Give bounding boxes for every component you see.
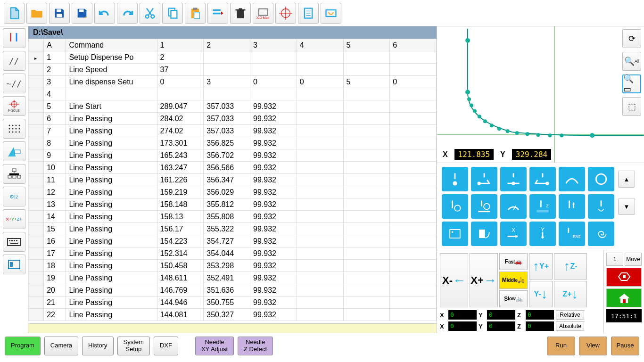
x-plus-button[interactable]: X+→ xyxy=(470,253,498,307)
ccd-mode-button[interactable]: CCD Mode xyxy=(253,3,273,24)
xyz-offset-icon[interactable]: X+Y+Z+ xyxy=(3,209,25,229)
speed-gauge-button[interactable] xyxy=(500,194,527,219)
absolute-button[interactable]: Absolute xyxy=(556,321,584,331)
needle-z-detect-button[interactable]: Needle Z Detect xyxy=(238,337,273,355)
run-button[interactable]: Run xyxy=(547,337,575,355)
undo-button[interactable] xyxy=(94,3,115,24)
scroll-down-button[interactable]: ▼ xyxy=(618,198,635,215)
speed-middle-button[interactable]: Middle🛵 xyxy=(499,272,528,288)
line-tool-icon[interactable]: // xyxy=(3,51,25,71)
open-file-button[interactable] xyxy=(26,3,47,24)
zoom-all-button[interactable]: 🔍All xyxy=(622,52,641,71)
dispense-setup-button[interactable] xyxy=(442,194,468,219)
dots-grid-icon[interactable] xyxy=(3,119,25,139)
new-file-button[interactable] xyxy=(4,3,25,24)
system-setup-button[interactable]: System Setup xyxy=(117,337,150,355)
move-button[interactable]: Move xyxy=(625,253,642,266)
wave-tool-icon[interactable]: ~// xyxy=(3,74,25,93)
rectangle-fill-button[interactable] xyxy=(442,222,468,246)
table-row[interactable]: 10Line Passing163.247356.56699.932 xyxy=(29,162,437,174)
table-row[interactable]: 7Line Passing274.02357.03399.932 xyxy=(29,125,437,137)
table-row[interactable]: 9Line Passing165.243356.70299.932 xyxy=(29,149,437,162)
z-minus-button[interactable]: ↑Z- xyxy=(554,253,587,280)
y-plus-button[interactable]: ↑Y+ xyxy=(529,253,553,280)
line-end-button[interactable] xyxy=(529,167,556,191)
arc-button[interactable] xyxy=(559,167,585,191)
insert-row-button[interactable] xyxy=(207,3,228,24)
y-offset-button[interactable]: Y xyxy=(529,222,556,246)
save-as-button[interactable] xyxy=(72,3,92,24)
table-row[interactable]: 6Line Passing284.02357.03399.932 xyxy=(29,113,437,125)
horizontal-scrollbar[interactable] xyxy=(28,323,437,333)
x-offset-button[interactable]: X xyxy=(500,222,527,246)
dispense-end-button[interactable] xyxy=(588,194,614,219)
save-button[interactable] xyxy=(49,3,70,24)
refresh-view-button[interactable]: ⟳ xyxy=(622,29,641,48)
geometry-tool-icon[interactable] xyxy=(3,141,25,161)
copy-button[interactable] xyxy=(162,3,183,24)
table-row[interactable]: 5Line Start289.047357.03399.932 xyxy=(29,100,437,113)
line-start-button[interactable] xyxy=(471,167,497,191)
refresh-screen-button[interactable] xyxy=(321,3,341,24)
keyboard-icon[interactable] xyxy=(3,232,25,252)
table-row[interactable]: 1Setup Dispense Po2 xyxy=(29,51,437,64)
pause-button[interactable]: Pause xyxy=(611,337,639,355)
bounds-button[interactable]: ⬚ xyxy=(622,97,641,116)
camera-tab-button[interactable]: Camera xyxy=(44,337,78,355)
focus-tool-button[interactable]: Focus xyxy=(3,96,25,116)
table-row[interactable]: 20Line Passing146.769351.63699.932 xyxy=(29,284,437,296)
cut-button[interactable] xyxy=(140,3,160,24)
line-setup-button[interactable] xyxy=(471,194,497,219)
table-row[interactable]: 12Line Passing159.219356.02999.932 xyxy=(29,186,437,198)
table-row[interactable]: 8Line Passing173.301356.82599.932 xyxy=(29,137,437,149)
report-button[interactable] xyxy=(298,3,319,24)
line-passing-button[interactable] xyxy=(500,167,527,191)
poly-fill-button[interactable] xyxy=(471,222,497,246)
z-clearance-button[interactable]: Z xyxy=(529,194,556,219)
program-tab-button[interactable]: Program xyxy=(5,337,41,355)
table-row[interactable]: 15Line Passing156.17355.32299.932 xyxy=(29,223,437,235)
step-1-button[interactable]: 1 xyxy=(606,253,623,266)
table-row[interactable]: 17Line Passing152.314354.04499.932 xyxy=(29,247,437,260)
table-row[interactable]: 14Line Passing158.13355.80899.932 xyxy=(29,211,437,223)
y-minus-button[interactable]: Y-↓ xyxy=(529,281,553,307)
table-row[interactable]: 2Line Speed37 xyxy=(29,64,437,76)
table-row[interactable]: 22Line Passing144.081350.32799.932 xyxy=(29,309,437,321)
scroll-up-button[interactable]: ▲ xyxy=(618,171,635,188)
spiral-button[interactable] xyxy=(588,222,614,246)
zoom-window-button[interactable]: 🔍▭ xyxy=(622,74,641,93)
table-row[interactable]: 21Line Passing144.946350.75599.932 xyxy=(29,296,437,309)
stop-button[interactable] xyxy=(606,268,642,287)
table-row[interactable]: 13Line Passing158.148355.81299.932 xyxy=(29,198,437,211)
needle-xy-adjust-button[interactable]: Needle XY Adjust xyxy=(195,337,234,355)
program-view-icon[interactable] xyxy=(3,255,25,274)
end-program-button[interactable]: END xyxy=(559,222,585,246)
program-table[interactable]: ACommand123456 1Setup Dispense Po22Line … xyxy=(28,39,437,321)
z-plus-button[interactable]: Z+↓ xyxy=(554,281,587,307)
z-setup-icon[interactable]: ⚙|z xyxy=(3,187,25,206)
table-row[interactable]: 19Line Passing148.611352.49199.932 xyxy=(29,272,437,284)
speed-fast-button[interactable]: Fast🚗 xyxy=(499,253,528,270)
history-tab-button[interactable]: History xyxy=(82,337,113,355)
table-row[interactable]: 11Line Passing161.226356.34799.932 xyxy=(29,174,437,186)
table-row[interactable]: 18Line Passing150.458353.29899.932 xyxy=(29,260,437,272)
paste-button[interactable] xyxy=(185,3,206,24)
table-row[interactable]: 4 xyxy=(29,88,437,100)
redo-button[interactable] xyxy=(117,3,138,24)
crosshair-button[interactable] xyxy=(275,3,296,24)
dispense-dot-button[interactable] xyxy=(442,167,468,191)
path-viewport[interactable]: ⟳ 🔍All 🔍▭ ⬚ X121.835 Y329.284 xyxy=(437,26,644,163)
relative-button[interactable]: Relative xyxy=(556,310,584,320)
circle-button[interactable] xyxy=(588,167,614,191)
speed-slow-button[interactable]: Slow🚲 xyxy=(499,290,528,307)
x-minus-button[interactable]: X-← xyxy=(440,253,468,307)
home-button[interactable] xyxy=(606,288,642,307)
needle-tool-icon[interactable] xyxy=(3,28,25,48)
hierarchy-icon[interactable] xyxy=(3,164,25,184)
view-button[interactable]: View xyxy=(579,337,607,355)
dxf-button[interactable]: DXF xyxy=(154,337,178,355)
delete-button[interactable] xyxy=(230,3,251,24)
table-row[interactable]: 16Line Passing154.223354.72799.932 xyxy=(29,235,437,247)
table-row[interactable]: 3Line dispense Setu030050 xyxy=(29,76,437,88)
retract-button[interactable] xyxy=(559,194,585,219)
